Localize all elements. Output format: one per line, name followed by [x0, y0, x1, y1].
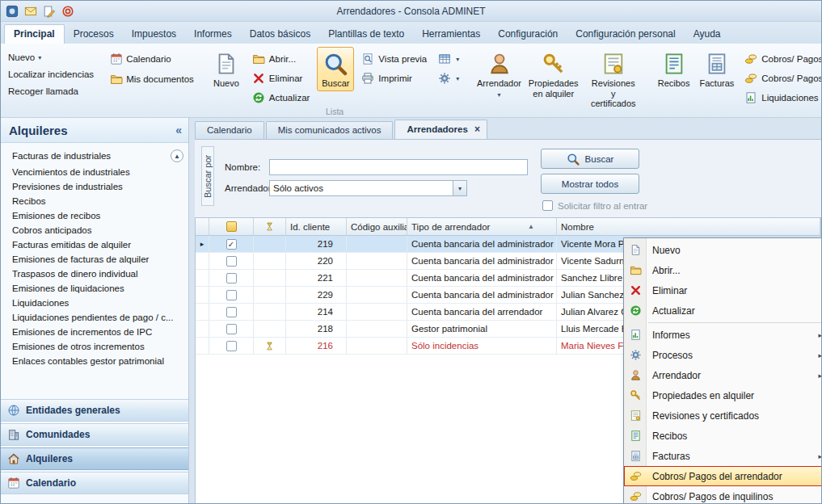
- ribbon-tab-impuestos[interactable]: Impuestos: [123, 25, 185, 44]
- menu-item-propiedades[interactable]: Propiedades en alquiler: [624, 385, 822, 405]
- section-entidades-generales[interactable]: Entidades generales: [1, 399, 188, 422]
- scroll-up-icon[interactable]: ▲: [171, 149, 183, 162]
- ribbon-tab-plantillas[interactable]: Plantillas de texto: [319, 25, 413, 44]
- arrendador-button[interactable]: Arrendador ▾: [476, 47, 521, 101]
- chevron-down-icon: ▾: [456, 56, 459, 63]
- eliminar-button[interactable]: Eliminar: [250, 71, 313, 86]
- chevron-down-icon[interactable]: ▾: [453, 181, 466, 195]
- menu-item-abrir[interactable]: Abrir...: [624, 260, 822, 280]
- new-document-icon: [214, 52, 238, 76]
- record-icon[interactable]: [61, 4, 75, 19]
- cobros-pagos-inquilinos-button[interactable]: Cobros/ Pagos de inquilinos: [742, 71, 822, 86]
- chevron-down-icon: ▾: [456, 75, 459, 82]
- calendario-button[interactable]: Calendario: [107, 52, 196, 66]
- cobros-pagos-arrendador-button[interactable]: Cobros/ Pagos del arrendador: [742, 52, 822, 66]
- section-alquileres[interactable]: Alquileres: [1, 447, 188, 470]
- facturas-button[interactable]: Facturas: [696, 47, 737, 91]
- menu-item-actualizar[interactable]: Actualizar: [624, 300, 822, 321]
- nuevo-menu-button[interactable]: Nuevo▾: [6, 52, 96, 63]
- edit-icon[interactable]: [42, 4, 57, 19]
- liquidaciones-button[interactable]: Liquidaciones: [742, 90, 822, 105]
- nombre-input[interactable]: [269, 159, 528, 175]
- section-comunidades[interactable]: Comunidades: [1, 423, 188, 446]
- column-header-nombre[interactable]: Nombre: [557, 218, 820, 235]
- tab-mis-comunicados[interactable]: Mis comunicados activos: [266, 121, 394, 139]
- menu-item-facturas[interactable]: Facturas▸: [624, 446, 822, 466]
- ribbon-tab-procesos[interactable]: Procesos: [65, 25, 123, 44]
- column-header-codigo-auxiliar[interactable]: Código auxiliar: [347, 218, 407, 235]
- sidebar-item-recibos[interactable]: Recibos: [1, 194, 188, 208]
- sidebar-item-emisiones-liquidaciones[interactable]: Emisiones de liquidaciones: [1, 281, 188, 296]
- menu-item-procesos[interactable]: Procesos▸: [624, 345, 822, 365]
- row-checkbox[interactable]: [226, 290, 237, 300]
- sidebar-item-emisiones-otros[interactable]: Emisiones de otros incrementos: [1, 339, 188, 354]
- arrendadores-select[interactable]: Sólo activos ▾: [269, 180, 467, 196]
- row-checkbox[interactable]: [226, 307, 237, 317]
- ribbon-tab-herramientas[interactable]: Herramientas: [413, 25, 489, 44]
- ribbon-tab-datos-basicos[interactable]: Datos básicos: [241, 25, 319, 44]
- ribbon-tab-principal[interactable]: Principal: [4, 24, 65, 44]
- mostrar-todos-button[interactable]: Mostrar todos: [541, 174, 639, 194]
- app-logo-icon[interactable]: [5, 4, 19, 19]
- sidebar-item-enlaces-contables[interactable]: Enlaces contables gestor patrimonial: [1, 354, 188, 368]
- collapse-sidebar-icon[interactable]: «: [175, 124, 182, 136]
- settings-dropdown[interactable]: ▾: [436, 71, 462, 86]
- sidebar-item-emisiones-ipc[interactable]: Emisiones de incrementos de IPC: [1, 325, 188, 339]
- revisiones-certificados-button[interactable]: Revisiones y certificados: [585, 47, 642, 111]
- menu-item-revisiones[interactable]: Revisiones y certificados: [624, 405, 822, 426]
- abrir-button[interactable]: Abrir...: [250, 52, 313, 66]
- globe-icon: [7, 404, 20, 417]
- select-all-checkbox[interactable]: [226, 221, 237, 232]
- sidebar-item-facturas-emitidas[interactable]: Facturas emitidas de alquiler: [1, 237, 188, 252]
- section-calendario[interactable]: Calendario: [1, 472, 188, 494]
- row-checkbox[interactable]: [226, 341, 237, 351]
- recibos-button[interactable]: Recibos: [655, 47, 693, 91]
- menu-item-nuevo[interactable]: Nuevo: [624, 240, 822, 260]
- sidebar-item-liquidaciones-pendientes[interactable]: Liquidaciones pendientes de pago / c...: [1, 310, 188, 325]
- tab-calendario[interactable]: Calendario: [195, 121, 264, 139]
- ribbon-group-adicional: Recibos Facturas Cobros/ Pagos del arren…: [648, 44, 822, 117]
- folder-icon: [110, 73, 123, 86]
- ribbon-tab-configuracion[interactable]: Configuración: [489, 25, 567, 44]
- grid-view-dropdown[interactable]: ▾: [436, 52, 462, 66]
- ribbon-tab-ayuda[interactable]: Ayuda: [685, 25, 730, 44]
- nuevo-button[interactable]: Nuevo: [208, 47, 245, 91]
- row-checkbox[interactable]: [226, 273, 237, 284]
- imprimir-button[interactable]: Imprimir: [359, 71, 429, 86]
- actualizar-button[interactable]: Actualizar: [250, 90, 313, 105]
- sidebar-item-emisiones-recibos[interactable]: Emisiones de recibos: [1, 208, 188, 223]
- column-header-tipo-arrendador[interactable]: Tipo de arrendador▲: [407, 218, 557, 235]
- refresh-icon: [629, 304, 643, 317]
- ribbon-tab-configuracion-personal[interactable]: Configuración personal: [567, 25, 684, 44]
- menu-item-cobros-pagos-arrendador[interactable]: Cobros/ Pagos del arrendador: [624, 466, 822, 486]
- sidebar-item-facturas-industriales[interactable]: Facturas de industriales ▲: [1, 147, 188, 165]
- sidebar-item-liquidaciones[interactable]: Liquidaciones: [1, 296, 188, 310]
- sidebar-item-cobros-anticipados[interactable]: Cobros anticipados: [1, 223, 188, 237]
- mail-icon[interactable]: [23, 4, 38, 19]
- localizar-incidencias-button[interactable]: Localizar incidencias: [6, 69, 96, 80]
- row-checkbox[interactable]: [226, 256, 237, 267]
- vista-previa-button[interactable]: Vista previa: [359, 52, 429, 66]
- sidebar-item-vencimientos-industriales[interactable]: Vencimientos de industriales: [1, 165, 188, 179]
- printer-icon: [361, 72, 374, 85]
- menu-item-arrendador[interactable]: Arrendador▸: [624, 365, 822, 385]
- menu-item-recibos[interactable]: Recibos: [624, 426, 822, 446]
- buscar-button[interactable]: Buscar: [317, 47, 354, 91]
- recoger-llamada-button[interactable]: Recoger llamada: [6, 86, 96, 97]
- row-checkbox[interactable]: [226, 324, 237, 334]
- tab-arrendadores[interactable]: Arrendadores ×: [394, 120, 487, 139]
- ribbon-tab-informes[interactable]: Informes: [185, 25, 241, 44]
- mis-documentos-button[interactable]: Mis documentos: [107, 72, 196, 86]
- sidebar-item-previsiones-industriales[interactable]: Previsiones de industriales: [1, 179, 188, 194]
- solicitar-filtro-checkbox[interactable]: [542, 200, 553, 211]
- sidebar-item-traspasos-dinero[interactable]: Traspasos de dinero individual: [1, 267, 188, 281]
- menu-item-cobros-pagos-inquilinos[interactable]: Cobros/ Pagos de inquilinos: [624, 486, 822, 504]
- column-header-id-cliente[interactable]: Id. cliente: [286, 218, 347, 235]
- close-tab-icon[interactable]: ×: [474, 124, 480, 135]
- buscar-panel-button[interactable]: Buscar: [541, 149, 639, 169]
- row-checkbox[interactable]: [226, 239, 237, 250]
- menu-item-eliminar[interactable]: Eliminar: [624, 280, 822, 300]
- propiedades-en-alquiler-button[interactable]: Propiedades en alquiler: [525, 47, 582, 101]
- sidebar-item-emisiones-facturas[interactable]: Emisiones de facturas de alquiler: [1, 252, 188, 267]
- menu-item-informes[interactable]: Informes▸: [624, 325, 822, 345]
